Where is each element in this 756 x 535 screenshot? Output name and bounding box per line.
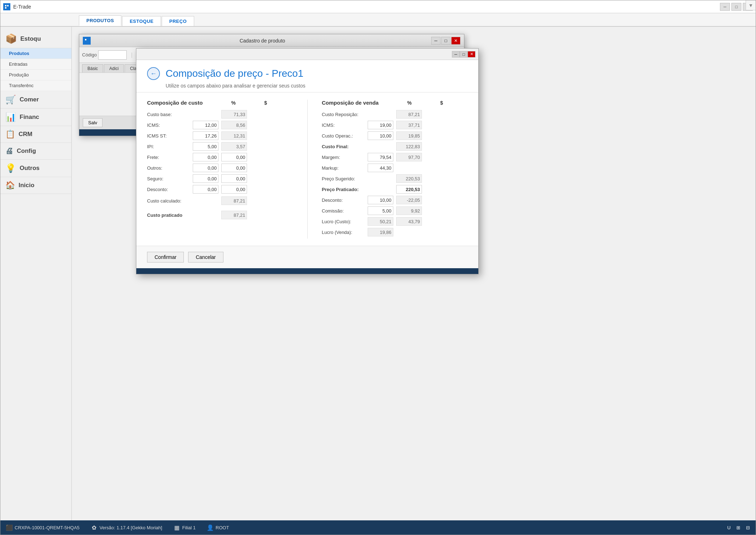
cost-row-icms-st: ICMS ST: (147, 131, 293, 140)
config-label: Config (17, 148, 36, 155)
seguro-value[interactable] (221, 174, 247, 183)
comp-close-btn[interactable]: ✕ (468, 51, 475, 58)
margem-value (396, 153, 422, 161)
sidebar-item-inicio[interactable]: 🏠 Inicio (0, 177, 71, 194)
session-icon: ⬛ (6, 524, 12, 531)
status-icon-3[interactable]: ⊟ (746, 525, 750, 530)
sale-section: Composição de venda % $ Custo Reposição: (322, 100, 468, 239)
tab-basico[interactable]: Básic (82, 64, 103, 72)
comissao-percent[interactable] (368, 206, 393, 215)
app-title: E-Trade (13, 4, 31, 10)
main-content: 📦 Estoqu Produtos Entradas Produção Tran… (0, 27, 756, 520)
comp-minimize-btn[interactable]: ─ (452, 51, 460, 58)
desconto-sale-row: Desconto: (322, 196, 468, 204)
comer-label: Comer (20, 96, 39, 103)
scroll-right-icon[interactable]: ▼ (746, 0, 756, 10)
cost-row-icms: ICMS: (147, 121, 293, 129)
sidebar-item-outros[interactable]: 💡 Outros (0, 160, 71, 177)
preco-praticado-row: Preço Praticado: (322, 185, 468, 194)
codigo-label: Código (82, 52, 97, 58)
status-icon-1[interactable]: U (727, 525, 731, 530)
cost-row-ipi: IPI: (147, 142, 293, 151)
codigo-input[interactable] (98, 50, 127, 60)
sidebar-item-financ[interactable]: 📊 Financ (0, 109, 71, 126)
custo-praticado-value (221, 211, 247, 219)
session-info: ⬛ CRXPA-10001-QREMT-5HQA5 (6, 524, 80, 531)
sale-icms-percent[interactable] (368, 121, 393, 129)
icms-st-value (221, 131, 247, 140)
markup-row: Markup: (322, 164, 468, 172)
app-area: Cadastro de produto ─ □ ✕ Código | (72, 27, 756, 520)
cost-row-desconto: Desconto: (147, 185, 293, 194)
config-icon: 🖨 (5, 146, 13, 156)
sidebar-sub-transferencia[interactable]: Transferênc (0, 80, 71, 91)
sidebar-sub-produtos[interactable]: Produtos (0, 48, 71, 59)
lucro-venda-label: Lucro (Venda): (322, 230, 365, 235)
markup-percent[interactable] (368, 164, 393, 172)
custo-base-label: Custo base: (147, 112, 190, 117)
user-label: ROOT (216, 525, 229, 530)
cadastro-minimize-btn[interactable]: ─ (431, 37, 440, 45)
margem-percent[interactable] (368, 153, 393, 161)
app-title-bar: E-Trade ─ □ ✕ (0, 0, 756, 13)
preco-praticado-value[interactable] (396, 185, 422, 194)
custo-calculado-label: Custo calculado: (147, 198, 190, 204)
sidebar-item-config[interactable]: 🖨 Config (0, 143, 71, 160)
sale-icms-row: ICMS: (322, 121, 468, 129)
sidebar-item-estoque[interactable]: 📦 Estoqu (0, 30, 71, 48)
icms-percent-input[interactable] (193, 121, 218, 129)
sale-section-title: Composição de venda (322, 100, 379, 106)
tab-estoque[interactable]: ESTOQUE (122, 16, 161, 26)
custo-reposicao-label: Custo Reposição: (322, 112, 365, 117)
status-icon-2[interactable]: ⊞ (736, 525, 740, 530)
frete-value[interactable] (221, 153, 247, 161)
comp-header: ← Composição de preço - Preco1 Utilize o… (136, 60, 478, 92)
ipi-percent[interactable] (193, 142, 218, 151)
comp-footer: Confirmar Cancelar (136, 246, 478, 268)
tab-adici[interactable]: Adici (104, 64, 124, 72)
sidebar-sub-producao[interactable]: Produção (0, 70, 71, 80)
composition-dialog: ─ □ ✕ ← Composição de preço - Preco1 Uti… (136, 48, 479, 274)
custo-operac-percent[interactable] (368, 131, 393, 140)
desconto-sale-percent[interactable] (368, 196, 393, 204)
cost-section: Composição de custo % $ Custo base: (147, 100, 293, 239)
cadastro-close-btn[interactable]: ✕ (451, 37, 460, 45)
sidebar-item-crm[interactable]: 📋 CRM (0, 126, 71, 143)
markup-label: Markup: (322, 165, 365, 171)
tab-preco[interactable]: PREÇO (162, 16, 194, 26)
comp-body: Composição de custo % $ Custo base: (136, 92, 478, 246)
seguro-percent[interactable] (193, 174, 218, 183)
comp-maximize-btn[interactable]: □ (460, 51, 468, 58)
financ-label: Financ (20, 114, 39, 121)
desconto-cost-percent[interactable] (193, 185, 218, 194)
outros-value[interactable] (221, 164, 247, 172)
minimize-button[interactable]: ─ (720, 3, 730, 11)
filial-label: Filial 1 (182, 525, 196, 530)
tab-produtos[interactable]: PRODUTOS (79, 15, 121, 26)
cost-row-frete: Frete: (147, 153, 293, 161)
app-icon (3, 3, 10, 10)
desconto-cost-value[interactable] (221, 185, 247, 194)
comissao-row: Comissão: (322, 206, 468, 215)
save-button[interactable]: Salv (83, 118, 102, 127)
sidebar-item-comer[interactable]: 🛒 Comer (0, 91, 71, 109)
sale-icms-label: ICMS: (322, 122, 365, 128)
outros-percent[interactable] (193, 164, 218, 172)
estoque-icon: 📦 (5, 33, 17, 44)
cadastro-title: Cadastro de produto (94, 38, 431, 44)
status-right-icons: U ⊞ ⊟ (727, 525, 750, 530)
cadastro-maximize-btn[interactable]: □ (441, 37, 450, 45)
frete-percent[interactable] (193, 153, 218, 161)
confirmar-button[interactable]: Confirmar (147, 252, 184, 262)
svg-rect-5 (85, 39, 86, 40)
preco-sugerido-value (396, 174, 422, 183)
comissao-value (396, 206, 422, 215)
cancelar-button[interactable]: Cancelar (188, 252, 223, 262)
sidebar-sub-entradas[interactable]: Entradas (0, 59, 71, 70)
inicio-label: Inicio (19, 182, 34, 189)
back-button[interactable]: ← (147, 67, 160, 80)
maximize-button[interactable]: □ (731, 3, 741, 11)
session-label: CRXPA-10001-QREMT-5HQA5 (15, 525, 80, 530)
sale-dollar-col: $ (440, 100, 443, 106)
icms-st-percent[interactable] (193, 131, 218, 140)
